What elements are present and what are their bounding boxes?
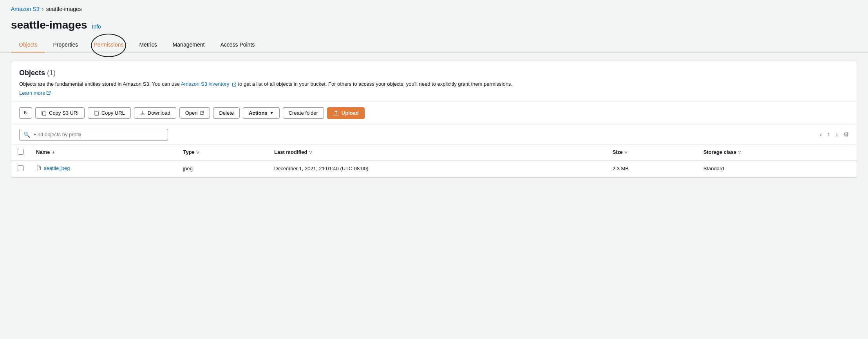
learn-more-link[interactable]: Learn more xyxy=(19,90,51,96)
row-last-modified-cell: December 1, 2021, 21:01:40 (UTC-08:00) xyxy=(268,160,606,177)
open-external-icon xyxy=(200,111,204,115)
breadcrumb-separator: › xyxy=(42,5,43,13)
actions-button[interactable]: Actions ▼ xyxy=(243,107,280,119)
name-sort-icon[interactable]: ▲ xyxy=(51,150,55,154)
copy-url-icon xyxy=(94,110,99,116)
open-button[interactable]: Open xyxy=(179,107,210,119)
external-link-icon xyxy=(232,82,237,87)
tab-access-points[interactable]: Access Points xyxy=(212,38,262,52)
table-row: seattle.jpeg jpeg December 1, 2021, 21:0… xyxy=(11,160,857,177)
content-header: Objects (1) Objects are the fundamental … xyxy=(11,61,857,102)
pagination-row: ‹ 1 › ⚙ xyxy=(817,130,849,140)
row-checkbox-cell xyxy=(11,160,30,177)
delete-button[interactable]: Delete xyxy=(213,107,240,119)
svg-rect-0 xyxy=(43,112,46,115)
tab-objects[interactable]: Objects xyxy=(11,38,45,52)
type-sort-icon[interactable]: ▽ xyxy=(196,150,199,154)
col-size: Size ▽ xyxy=(606,145,697,160)
tab-management[interactable]: Management xyxy=(165,38,213,52)
copy-s3-uri-button[interactable]: Copy S3 URI xyxy=(35,107,85,119)
search-row: 🔍 ‹ 1 › ⚙ xyxy=(11,125,857,145)
breadcrumb-s3-link[interactable]: Amazon S3 xyxy=(11,6,39,12)
breadcrumb-bucket: seattle-images xyxy=(46,6,82,12)
tab-metrics[interactable]: Metrics xyxy=(132,38,165,52)
search-input[interactable] xyxy=(33,132,164,137)
upload-icon xyxy=(333,110,339,116)
search-icon: 🔍 xyxy=(24,132,30,138)
breadcrumb: Amazon S3 › seattle-images xyxy=(0,0,868,16)
create-folder-button[interactable]: Create folder xyxy=(283,107,324,119)
page-title: seattle-images xyxy=(11,19,87,31)
download-button[interactable]: Download xyxy=(134,107,176,119)
info-link[interactable]: Info xyxy=(92,23,101,30)
last-modified-sort-icon[interactable]: ▽ xyxy=(309,150,312,154)
col-name: Name ▲ xyxy=(30,145,177,160)
objects-count: (1) xyxy=(47,69,56,77)
refresh-icon: ↻ xyxy=(24,110,28,116)
tab-properties[interactable]: Properties xyxy=(45,38,86,52)
objects-title: Objects (1) xyxy=(19,69,849,77)
col-storage-class: Storage class ▽ xyxy=(697,145,857,160)
prev-page-button[interactable]: ‹ xyxy=(817,130,824,140)
file-icon xyxy=(36,165,42,171)
actions-dropdown-icon: ▼ xyxy=(270,111,274,115)
objects-table: Name ▲ Type ▽ Last modified ▽ xyxy=(11,145,857,177)
upload-button[interactable]: Upload xyxy=(327,107,365,119)
page-number: 1 xyxy=(827,132,830,137)
row-size-cell: 2.3 MB xyxy=(606,160,697,177)
table-header-row: Name ▲ Type ▽ Last modified ▽ xyxy=(11,145,857,160)
file-link[interactable]: seattle.jpeg xyxy=(36,165,70,171)
row-storage-class-cell: Standard xyxy=(697,160,857,177)
table-settings-icon[interactable]: ⚙ xyxy=(843,131,849,138)
learn-more-icon xyxy=(46,90,51,95)
next-page-button[interactable]: › xyxy=(834,130,840,140)
col-last-modified: Last modified ▽ xyxy=(268,145,606,160)
size-sort-icon[interactable]: ▽ xyxy=(624,150,627,154)
select-all-header xyxy=(11,145,30,160)
inventory-link[interactable]: Amazon S3 inventory xyxy=(181,81,238,87)
copy-s3-uri-icon xyxy=(41,110,47,116)
tab-permissions[interactable]: Permissions xyxy=(86,38,131,52)
copy-url-button[interactable]: Copy URL xyxy=(88,107,131,119)
search-wrapper: 🔍 xyxy=(19,129,168,141)
svg-rect-1 xyxy=(95,112,98,115)
refresh-button[interactable]: ↻ xyxy=(19,107,32,119)
main-card: Objects (1) Objects are the fundamental … xyxy=(11,61,857,178)
storage-class-sort-icon[interactable]: ▽ xyxy=(738,150,741,154)
row-type-cell: jpeg xyxy=(177,160,268,177)
page-header: seattle-images Info xyxy=(0,16,868,31)
select-all-checkbox[interactable] xyxy=(18,149,24,155)
col-type: Type ▽ xyxy=(177,145,268,160)
objects-description: Objects are the fundamental entities sto… xyxy=(19,80,849,88)
toolbar: ↻ Copy S3 URI Copy URL Download Open xyxy=(11,102,857,125)
download-icon xyxy=(140,110,145,116)
tabs-bar: Objects Properties Permissions Metrics M… xyxy=(0,31,868,53)
row-checkbox[interactable] xyxy=(18,165,24,171)
row-name-cell: seattle.jpeg xyxy=(30,160,177,177)
